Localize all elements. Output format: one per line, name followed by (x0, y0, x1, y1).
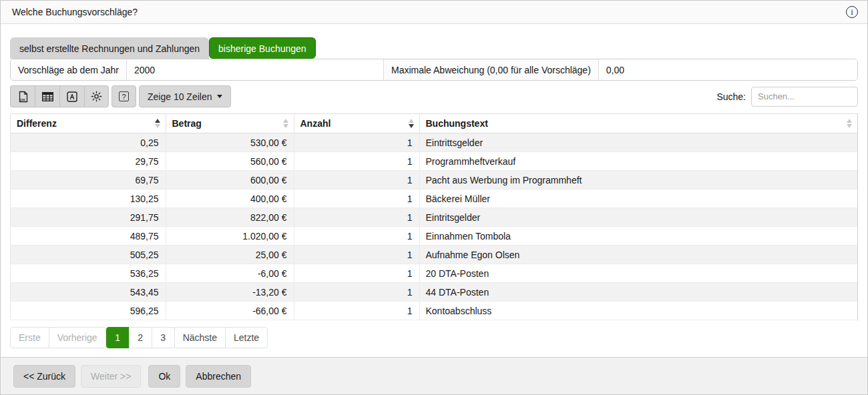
pagination-first-button[interactable]: Erste (10, 327, 49, 348)
column-header-anzahl[interactable]: Anzahl (294, 114, 419, 133)
back-button[interactable]: << Zurück (13, 365, 75, 388)
cancel-button[interactable]: Abbrechen (186, 365, 251, 388)
export-button-group: csv (10, 85, 109, 107)
pagination: Erste Vorherige 123 Nächste Letzte (10, 327, 858, 348)
table-cell: 1 (294, 152, 419, 171)
pagination-previous-button[interactable]: Vorherige (49, 327, 106, 348)
table-cell: Eintrittsgelder (419, 133, 857, 152)
table-row[interactable]: 489,751.020,00 €1Einnahmen Tombola (11, 227, 857, 246)
pagination-page-button-2[interactable]: 2 (129, 327, 152, 348)
table-cell: 536,25 (11, 264, 166, 283)
table-cell: 29,75 (11, 152, 166, 171)
tab-self-created-invoices[interactable]: selbst erstellte Rechnungen und Zahlunge… (10, 37, 209, 59)
column-header-buchungstext[interactable]: Buchungstext (419, 114, 857, 133)
column-label: Anzahl (300, 118, 405, 129)
table-row[interactable]: 543,45-13,20 €144 DTA-Posten (11, 283, 857, 302)
table-cell: 1.020,00 € (166, 227, 294, 246)
gear-icon (91, 91, 102, 102)
table-cell: Bäckerei Müller (419, 189, 857, 208)
table-icon (42, 92, 53, 101)
table-row[interactable]: 69,75600,00 €1Pacht aus Werbung im Progr… (11, 171, 857, 189)
table-cell: 25,00 € (166, 246, 294, 264)
suggestions-table: Differenz Betrag Anzahl Buchungstext 0, (11, 113, 857, 320)
table-row[interactable]: 130,25400,00 €1Bäckerei Müller (11, 189, 857, 208)
csv-export-button[interactable]: csv (10, 85, 35, 107)
page-length-dropdown[interactable]: Zeige 10 Zeilen (139, 85, 231, 107)
help-icon: ? (119, 91, 129, 101)
help-button[interactable]: ? (112, 85, 136, 107)
table-cell: 560,00 € (166, 152, 294, 171)
search-input[interactable] (751, 87, 858, 107)
pagination-next-button[interactable]: Nächste (174, 327, 226, 348)
search-label: Suche: (716, 91, 746, 102)
table-header-row: Differenz Betrag Anzahl Buchungstext (11, 114, 857, 133)
dialog-window: Welche Buchungsvorschläge? i selbst erst… (0, 0, 868, 395)
table-cell: Programmheftverkauf (419, 152, 857, 171)
sort-icon (155, 119, 160, 128)
table-cell: 1 (294, 283, 419, 302)
table-cell: Aufnahme Egon Olsen (419, 246, 857, 264)
table-cell: Kontoabschluss (419, 302, 857, 320)
table-row[interactable]: 0,25530,00 €1Eintrittsgelder (11, 133, 857, 152)
info-icon[interactable]: i (846, 6, 858, 18)
column-label: Differenz (17, 118, 151, 129)
table-cell: 1 (294, 264, 419, 283)
tab-bar: selbst erstellte Rechnungen und Zahlunge… (10, 37, 858, 59)
dialog-title: Welche Buchungsvorschläge? (12, 7, 138, 17)
table-row[interactable]: 536,25-6,00 €120 DTA-Posten (11, 264, 857, 283)
column-header-betrag[interactable]: Betrag (166, 114, 294, 133)
table-toolbar: csv (10, 85, 858, 107)
table-export-button[interactable] (35, 85, 59, 107)
settings-button[interactable] (84, 85, 109, 107)
table-cell: 44 DTA-Posten (419, 283, 857, 302)
filter-row: Vorschläge ab dem Jahr Maximale Abweichu… (10, 59, 858, 81)
table-cell: 489,75 (11, 227, 166, 246)
csv-export-icon: csv (17, 91, 29, 103)
table-cell: 1 (294, 133, 419, 152)
table-row[interactable]: 505,2525,00 €1Aufnahme Egon Olsen (11, 246, 857, 264)
table-cell: -13,20 € (166, 283, 294, 302)
suggestions-table-wrapper: Differenz Betrag Anzahl Buchungstext 0, (10, 113, 858, 320)
table-cell: 600,00 € (166, 171, 294, 189)
deviation-label: Maximale Abweichung (0,00 für alle Vorsc… (383, 59, 599, 80)
table-cell: 543,45 (11, 283, 166, 302)
pagination-page-button-3[interactable]: 3 (152, 327, 175, 348)
sort-icon (409, 119, 414, 128)
pagination-last-button[interactable]: Letzte (225, 327, 268, 348)
table-cell: 0,25 (11, 133, 166, 152)
table-cell: Pacht aus Werbung im Programmheft (419, 171, 857, 189)
table-row[interactable]: 291,75822,00 €1Eintritsgelder (11, 208, 857, 227)
table-cell: 1 (294, 227, 419, 246)
table-cell: -66,00 € (166, 302, 294, 320)
table-cell: 130,25 (11, 189, 166, 208)
title-bar: Welche Buchungsvorschläge? i (1, 1, 867, 24)
column-header-differenz[interactable]: Differenz (11, 114, 166, 133)
dialog-content: selbst erstellte Rechnungen und Zahlunge… (1, 37, 867, 348)
table-row[interactable]: 29,75560,00 €1Programmheftverkauf (11, 152, 857, 171)
deviation-input[interactable] (599, 59, 857, 80)
table-cell: 20 DTA-Posten (419, 264, 857, 283)
table-cell: Einnahmen Tombola (419, 227, 857, 246)
pagination-page-button-1[interactable]: 1 (106, 327, 130, 348)
pdf-export-icon (67, 91, 77, 102)
table-cell: 400,00 € (166, 189, 294, 208)
table-row[interactable]: 596,25-66,00 €1Kontoabschluss (11, 302, 857, 320)
table-cell: 1 (294, 171, 419, 189)
dialog-footer: << Zurück Weiter >> Ok Abbrechen (1, 357, 867, 394)
column-label: Betrag (172, 118, 279, 129)
table-body: 0,25530,00 €1Eintrittsgelder29,75560,00 … (11, 133, 857, 320)
table-cell: 69,75 (11, 171, 166, 189)
next-button[interactable]: Weiter >> (81, 365, 141, 388)
table-cell: 1 (294, 189, 419, 208)
pdf-export-button[interactable] (59, 85, 84, 107)
table-cell: Eintritsgelder (419, 208, 857, 227)
svg-text:csv: csv (19, 97, 25, 101)
table-cell: 1 (294, 302, 419, 320)
table-cell: 822,00 € (166, 208, 294, 227)
sort-icon (847, 119, 852, 128)
year-label: Vorschläge ab dem Jahr (11, 59, 127, 80)
ok-button[interactable]: Ok (148, 365, 180, 388)
tab-previous-bookings[interactable]: bisherige Buchungen (209, 37, 316, 59)
table-cell: 291,75 (11, 208, 166, 227)
year-input[interactable] (127, 59, 383, 80)
